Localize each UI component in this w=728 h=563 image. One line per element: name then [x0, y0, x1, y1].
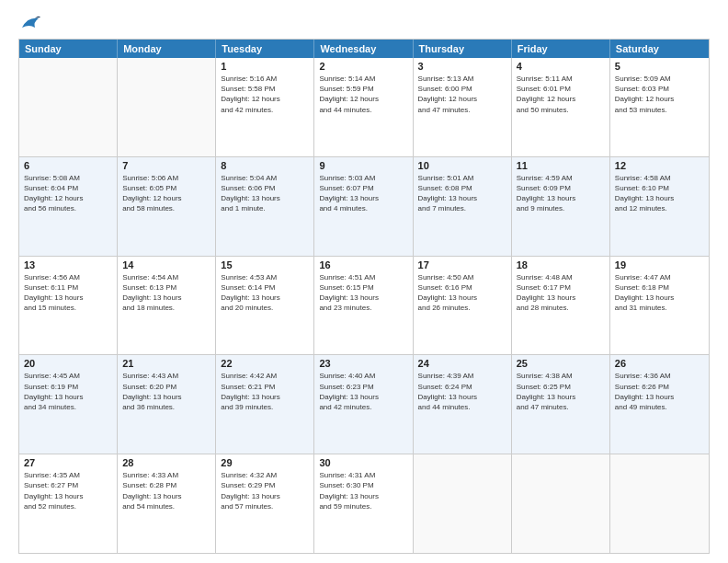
calendar-cell-day-7: 7Sunrise: 5:06 AM Sunset: 6:05 PM Daylig…: [118, 157, 216, 256]
day-info: Sunrise: 5:13 AM Sunset: 6:00 PM Dayligh…: [418, 74, 506, 115]
day-info: Sunrise: 4:40 AM Sunset: 6:23 PM Dayligh…: [319, 371, 407, 412]
day-info: Sunrise: 5:03 AM Sunset: 6:07 PM Dayligh…: [319, 173, 407, 214]
calendar-cell-day-22: 22Sunrise: 4:42 AM Sunset: 6:21 PM Dayli…: [216, 355, 314, 454]
calendar-cell-day-19: 19Sunrise: 4:47 AM Sunset: 6:18 PM Dayli…: [610, 257, 709, 355]
day-number: 2: [319, 61, 407, 72]
day-info: Sunrise: 4:47 AM Sunset: 6:18 PM Dayligh…: [615, 272, 704, 314]
day-info: Sunrise: 4:33 AM Sunset: 6:28 PM Dayligh…: [122, 470, 210, 511]
day-number: 20: [24, 358, 112, 369]
day-header-friday: Friday: [512, 40, 610, 58]
day-info: Sunrise: 4:38 AM Sunset: 6:25 PM Dayligh…: [517, 371, 605, 412]
calendar-cell-day-13: 13Sunrise: 4:56 AM Sunset: 6:11 PM Dayli…: [19, 257, 118, 355]
calendar-cell-day-28: 28Sunrise: 4:33 AM Sunset: 6:28 PM Dayli…: [118, 454, 216, 553]
calendar-cell-day-15: 15Sunrise: 4:53 AM Sunset: 6:14 PM Dayli…: [216, 257, 314, 355]
calendar-cell-empty: [512, 454, 610, 553]
day-info: Sunrise: 4:51 AM Sunset: 6:15 PM Dayligh…: [319, 272, 407, 314]
day-info: Sunrise: 5:14 AM Sunset: 5:59 PM Dayligh…: [319, 74, 407, 115]
calendar-row-1: 6Sunrise: 5:08 AM Sunset: 6:04 PM Daylig…: [19, 157, 709, 257]
day-info: Sunrise: 4:35 AM Sunset: 6:27 PM Dayligh…: [24, 470, 112, 511]
calendar-row-4: 27Sunrise: 4:35 AM Sunset: 6:27 PM Dayli…: [19, 454, 709, 553]
calendar-cell-day-21: 21Sunrise: 4:43 AM Sunset: 6:20 PM Dayli…: [118, 355, 216, 454]
day-number: 18: [517, 259, 605, 270]
calendar-cell-empty: [19, 58, 118, 156]
calendar-cell-day-3: 3Sunrise: 5:13 AM Sunset: 6:00 PM Daylig…: [414, 58, 512, 156]
day-info: Sunrise: 5:06 AM Sunset: 6:05 PM Dayligh…: [122, 173, 210, 214]
day-number: 30: [319, 457, 407, 468]
calendar-row-0: 1Sunrise: 5:16 AM Sunset: 5:58 PM Daylig…: [19, 58, 709, 157]
day-number: 12: [615, 160, 704, 171]
calendar-cell-day-14: 14Sunrise: 4:54 AM Sunset: 6:13 PM Dayli…: [118, 257, 216, 355]
day-number: 26: [615, 358, 704, 369]
calendar-cell-day-12: 12Sunrise: 4:58 AM Sunset: 6:10 PM Dayli…: [610, 157, 709, 256]
day-info: Sunrise: 4:50 AM Sunset: 6:16 PM Dayligh…: [418, 272, 506, 314]
day-number: 14: [122, 259, 210, 270]
day-number: 15: [221, 259, 309, 270]
calendar-row-2: 13Sunrise: 4:56 AM Sunset: 6:11 PM Dayli…: [19, 257, 709, 356]
day-info: Sunrise: 4:39 AM Sunset: 6:24 PM Dayligh…: [418, 371, 506, 412]
calendar-cell-day-4: 4Sunrise: 5:11 AM Sunset: 6:01 PM Daylig…: [512, 58, 610, 156]
day-info: Sunrise: 5:01 AM Sunset: 6:08 PM Dayligh…: [418, 173, 506, 214]
calendar-row-3: 20Sunrise: 4:45 AM Sunset: 6:19 PM Dayli…: [19, 355, 709, 454]
calendar-cell-day-23: 23Sunrise: 4:40 AM Sunset: 6:23 PM Dayli…: [314, 355, 413, 454]
day-info: Sunrise: 4:32 AM Sunset: 6:29 PM Dayligh…: [221, 470, 309, 511]
day-info: Sunrise: 4:56 AM Sunset: 6:11 PM Dayligh…: [24, 272, 112, 314]
calendar-cell-day-5: 5Sunrise: 5:09 AM Sunset: 6:03 PM Daylig…: [610, 58, 709, 156]
day-number: 17: [418, 259, 506, 270]
day-number: 19: [615, 259, 704, 270]
day-header-wednesday: Wednesday: [314, 40, 413, 58]
day-number: 1: [221, 61, 309, 72]
day-number: 11: [517, 160, 605, 171]
day-info: Sunrise: 4:43 AM Sunset: 6:20 PM Dayligh…: [122, 371, 210, 412]
calendar-cell-day-26: 26Sunrise: 4:36 AM Sunset: 6:26 PM Dayli…: [610, 355, 709, 454]
calendar-cell-empty: [414, 454, 512, 553]
logo: [18, 15, 40, 31]
day-header-thursday: Thursday: [414, 40, 512, 58]
calendar-cell-day-1: 1Sunrise: 5:16 AM Sunset: 5:58 PM Daylig…: [216, 58, 314, 156]
day-info: Sunrise: 4:45 AM Sunset: 6:19 PM Dayligh…: [24, 371, 112, 412]
day-number: 28: [122, 457, 210, 468]
day-number: 16: [319, 259, 407, 270]
calendar-cell-empty: [118, 58, 216, 156]
day-info: Sunrise: 4:53 AM Sunset: 6:14 PM Dayligh…: [221, 272, 309, 314]
day-number: 8: [221, 160, 309, 171]
calendar-cell-day-10: 10Sunrise: 5:01 AM Sunset: 6:08 PM Dayli…: [414, 157, 512, 256]
calendar-cell-day-30: 30Sunrise: 4:31 AM Sunset: 6:30 PM Dayli…: [314, 454, 413, 553]
day-info: Sunrise: 5:11 AM Sunset: 6:01 PM Dayligh…: [517, 74, 605, 115]
day-number: 6: [24, 160, 112, 171]
day-info: Sunrise: 4:58 AM Sunset: 6:10 PM Dayligh…: [615, 173, 704, 214]
calendar-cell-day-20: 20Sunrise: 4:45 AM Sunset: 6:19 PM Dayli…: [19, 355, 118, 454]
calendar-cell-day-29: 29Sunrise: 4:32 AM Sunset: 6:29 PM Dayli…: [216, 454, 314, 553]
day-number: 9: [319, 160, 407, 171]
day-info: Sunrise: 4:42 AM Sunset: 6:21 PM Dayligh…: [221, 371, 309, 412]
day-number: 24: [418, 358, 506, 369]
calendar-cell-day-11: 11Sunrise: 4:59 AM Sunset: 6:09 PM Dayli…: [512, 157, 610, 256]
calendar-cell-day-16: 16Sunrise: 4:51 AM Sunset: 6:15 PM Dayli…: [314, 257, 413, 355]
day-number: 10: [418, 160, 506, 171]
calendar-cell-day-2: 2Sunrise: 5:14 AM Sunset: 5:59 PM Daylig…: [314, 58, 413, 156]
page-header: [18, 15, 710, 31]
day-number: 4: [517, 61, 605, 72]
calendar-cell-day-18: 18Sunrise: 4:48 AM Sunset: 6:17 PM Dayli…: [512, 257, 610, 355]
day-number: 27: [24, 457, 112, 468]
day-number: 25: [517, 358, 605, 369]
calendar-body: 1Sunrise: 5:16 AM Sunset: 5:58 PM Daylig…: [19, 58, 709, 553]
day-header-saturday: Saturday: [610, 40, 709, 58]
calendar-cell-day-6: 6Sunrise: 5:08 AM Sunset: 6:04 PM Daylig…: [19, 157, 118, 256]
calendar-cell-day-8: 8Sunrise: 5:04 AM Sunset: 6:06 PM Daylig…: [216, 157, 314, 256]
calendar: SundayMondayTuesdayWednesdayThursdayFrid…: [18, 39, 710, 554]
calendar-cell-empty: [610, 454, 709, 553]
calendar-cell-day-17: 17Sunrise: 4:50 AM Sunset: 6:16 PM Dayli…: [414, 257, 512, 355]
day-info: Sunrise: 5:08 AM Sunset: 6:04 PM Dayligh…: [24, 173, 112, 214]
day-number: 7: [122, 160, 210, 171]
day-info: Sunrise: 5:04 AM Sunset: 6:06 PM Dayligh…: [221, 173, 309, 214]
day-info: Sunrise: 4:31 AM Sunset: 6:30 PM Dayligh…: [319, 470, 407, 511]
day-number: 21: [122, 358, 210, 369]
day-info: Sunrise: 5:16 AM Sunset: 5:58 PM Dayligh…: [221, 74, 309, 115]
day-number: 3: [418, 61, 506, 72]
day-info: Sunrise: 4:59 AM Sunset: 6:09 PM Dayligh…: [517, 173, 605, 214]
day-header-monday: Monday: [118, 40, 216, 58]
day-number: 23: [319, 358, 407, 369]
logo-bird-icon: [20, 15, 40, 31]
calendar-header: SundayMondayTuesdayWednesdayThursdayFrid…: [19, 40, 709, 58]
day-info: Sunrise: 4:48 AM Sunset: 6:17 PM Dayligh…: [517, 272, 605, 314]
